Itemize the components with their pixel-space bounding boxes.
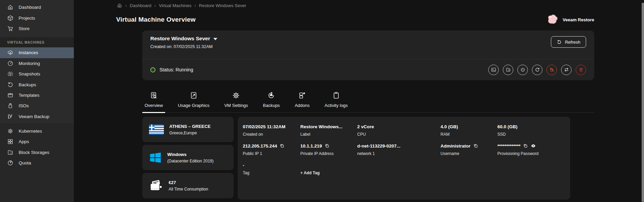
sidebar-item-label: Instances xyxy=(19,50,38,55)
tab-usage-graphics[interactable]: Usage Graphics xyxy=(175,91,212,112)
sidebar: Dashboard Projects Store VIRTUAL MACHINE… xyxy=(0,0,74,202)
chevron-down-icon xyxy=(213,38,217,40)
detail-label: CPU xyxy=(357,132,441,137)
storage-folder-icon xyxy=(506,67,511,72)
swap-arrows-icon xyxy=(564,67,569,72)
console-button[interactable] xyxy=(488,65,499,75)
tab-overview[interactable]: Overview xyxy=(142,91,165,112)
copy-icon[interactable] xyxy=(280,143,284,148)
tab-label: VM Settings xyxy=(224,103,248,108)
detail-public-ip: 212.205.175.244 Public IP 1 xyxy=(243,143,300,156)
copy-icon[interactable] xyxy=(473,143,478,148)
consumption-label: All Time Consumption xyxy=(169,187,208,192)
detail-provisioning-password: ************* Provisioning Password xyxy=(497,143,570,156)
detail-value: 07/02/2025 11:32AM xyxy=(243,124,285,129)
detail-label: SSD xyxy=(497,132,570,137)
sidebar-item-kubernetes[interactable]: Kubernetes xyxy=(0,126,74,136)
restore-arrow-icon xyxy=(7,82,14,88)
detail-network: d-net-113229-0207... network 1 xyxy=(357,143,441,156)
swap-button[interactable] xyxy=(561,65,572,75)
detail-cpu: 2 vCore CPU xyxy=(357,124,441,137)
copy-icon[interactable] xyxy=(523,143,528,148)
detail-value: Administrator xyxy=(441,143,471,149)
tab-vm-settings[interactable]: VM Settings xyxy=(222,91,250,112)
rescue-disabled-button[interactable] xyxy=(546,65,557,75)
terminal-icon xyxy=(491,67,496,72)
sidebar-item-label: Veeam Backup xyxy=(19,114,49,119)
detail-value: 212.205.175.244 xyxy=(243,143,277,149)
os-subtitle: (Datacenter Edition 2019) xyxy=(167,159,214,163)
breadcrumb-home-icon[interactable] xyxy=(117,3,122,8)
sidebar-item-label: Block Storages xyxy=(19,150,49,155)
sidebar-item-isos[interactable]: ISOs xyxy=(0,100,74,111)
tab-label: Addons xyxy=(295,103,309,108)
chart-up-icon xyxy=(190,91,198,99)
sidebar-item-templates[interactable]: Templates xyxy=(0,90,74,100)
breadcrumb-dashboard[interactable]: Dashboard xyxy=(130,3,151,8)
breadcrumb-separator: › xyxy=(125,3,127,8)
os-card: Windows (Datacenter Edition 2019) xyxy=(142,145,234,170)
sidebar-item-store[interactable]: Store xyxy=(0,23,74,34)
sidebar-item-block-storages[interactable]: Block Storages xyxy=(0,147,74,158)
sidebar-item-label: Backups xyxy=(19,82,36,87)
main-content: › Dashboard › Virtual Machines › Restore… xyxy=(74,0,644,202)
detail-tag: - Tag xyxy=(243,162,300,175)
consumption-card: €27 All Time Consumption xyxy=(142,173,234,198)
breadcrumb-virtual-machines[interactable]: Virtual Machines xyxy=(159,3,191,8)
detail-label: Private IP Address xyxy=(300,151,357,156)
attach-storage-button[interactable] xyxy=(503,65,513,75)
sidebar-item-snapshots[interactable]: Snapshots xyxy=(0,69,74,79)
detail-value: 2 vCore xyxy=(357,124,374,129)
tab-label: Overview xyxy=(145,103,163,108)
cloud-plus-icon xyxy=(7,49,14,56)
sidebar-item-apps[interactable]: Apps xyxy=(0,136,74,147)
sidebar-item-dashboard[interactable]: Dashboard xyxy=(0,2,74,13)
wallet-icon xyxy=(149,179,163,192)
copy-icon[interactable] xyxy=(325,143,329,148)
sidebar-item-backups[interactable]: Backups xyxy=(0,79,74,90)
detail-label: network 1 xyxy=(357,151,441,156)
sidebar-item-instances[interactable]: Instances xyxy=(0,47,74,58)
detail-value: Restore Windows... xyxy=(300,124,342,129)
windows-logo xyxy=(149,151,162,164)
detail-username: Administrator Username xyxy=(441,143,497,156)
detail-label: Label xyxy=(300,132,357,137)
cart-icon xyxy=(7,25,14,32)
sidebar-item-label: Templates xyxy=(19,93,40,98)
sidebar-item-label: Apps xyxy=(19,139,29,144)
power-button[interactable] xyxy=(517,65,528,75)
sidebar-item-projects[interactable]: Projects xyxy=(0,13,74,23)
kubernetes-wheel-icon xyxy=(7,128,14,134)
tab-addons[interactable]: Addons xyxy=(292,91,312,112)
gear-icon xyxy=(232,91,240,99)
sidebar-item-label: Store xyxy=(19,26,29,31)
detail-value: - xyxy=(243,163,244,168)
detail-value: ************* xyxy=(497,143,520,149)
sidebar-item-monitoring[interactable]: Monitoring xyxy=(0,58,74,69)
sidebar-item-veeam-backup[interactable]: Veeam Backup xyxy=(0,111,74,122)
region-card: ATHENS – GREECE Greece,Europe xyxy=(142,117,234,142)
scrollbar[interactable] xyxy=(642,3,644,202)
refresh-button[interactable]: Refresh xyxy=(551,36,586,48)
os-title: Windows xyxy=(167,152,214,157)
vm-name-dropdown[interactable]: Restore Windows Sever xyxy=(150,36,217,42)
restart-button[interactable] xyxy=(532,65,542,75)
sidebar-item-quota[interactable]: Quota xyxy=(0,158,74,168)
detail-label: Tag xyxy=(243,171,300,175)
detail-label: Public IP 1 xyxy=(243,151,300,156)
tab-label: Activity logs xyxy=(324,103,348,108)
detail-value: 4.0 (GB) xyxy=(441,124,458,129)
add-tag-button[interactable]: + Add Tag xyxy=(300,171,357,175)
consumption-amount: €27 xyxy=(169,180,208,185)
tab-backups[interactable]: Backups xyxy=(261,91,282,112)
eye-icon[interactable] xyxy=(531,143,536,149)
tab-activity-logs[interactable]: Activity logs xyxy=(322,91,350,112)
trash-icon xyxy=(578,67,584,72)
delete-button[interactable] xyxy=(576,65,586,75)
vm-name: Restore Windows Sever xyxy=(150,36,210,42)
vm-created-on: Created on: 07/02/2025 11:32AM xyxy=(150,44,217,49)
breadcrumb: › Dashboard › Virtual Machines › Restore… xyxy=(117,3,644,8)
user-chip-label: Veeam Restore xyxy=(563,17,594,22)
status-bar: Status: Running xyxy=(142,59,594,80)
sidebar-section-label: VIRTUAL MACHINES xyxy=(0,37,74,47)
